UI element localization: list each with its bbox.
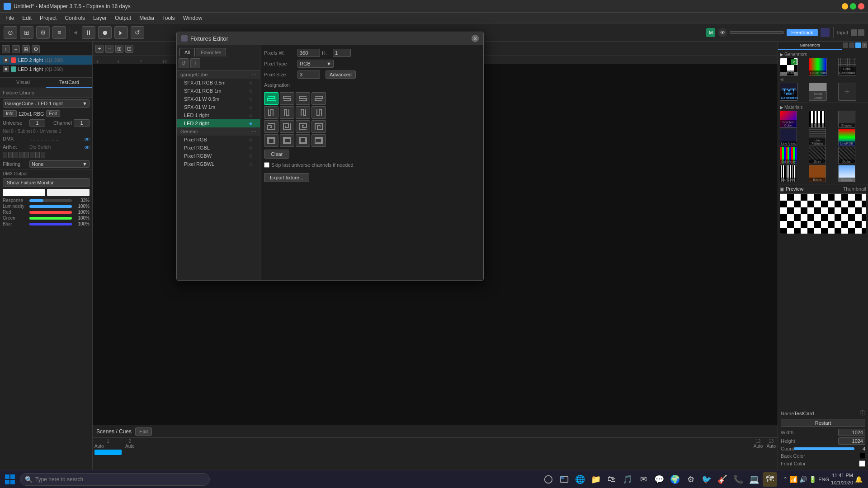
center-remove-btn[interactable]: − — [105, 45, 113, 53]
assign-ccw-2[interactable] — [311, 120, 326, 133]
grid-gen-item[interactable]: Grid-Generator — [838, 58, 856, 76]
layer-item-led2right[interactable]: ■ LED 2 right (1|1-360) — [0, 56, 92, 65]
tab-all[interactable]: All — [179, 48, 195, 56]
fixture-pixel-rgbwl[interactable]: Pixel RGBWL ☆ — [177, 160, 260, 168]
task-madmapper-btn[interactable]: 🗺 — [763, 472, 777, 487]
export-fixture-btn[interactable]: Export fixture... — [264, 173, 309, 182]
dip-6[interactable] — [30, 152, 34, 158]
color-patterns-gen-item[interactable]: ColorPatterns — [809, 58, 827, 76]
minimize-button[interactable] — [842, 3, 848, 9]
center-zoom-btn[interactable]: ⊡ — [125, 45, 133, 53]
line-patterns-mat-item[interactable]: Line Patterns — [809, 129, 826, 146]
fixture-info-btn[interactable]: Info — [3, 110, 17, 117]
menu-window[interactable]: Window — [179, 14, 206, 22]
task-skype2-btn[interactable]: 💻 — [747, 472, 761, 487]
pixel-size-input[interactable] — [297, 70, 320, 79]
width-input[interactable] — [838, 429, 865, 436]
assign-snake-rl-bt[interactable] — [311, 92, 326, 105]
rewind-btn[interactable]: ↺ — [131, 26, 144, 39]
assign-snake-lr-bt[interactable] — [296, 92, 310, 105]
assign-spiral-4[interactable] — [311, 134, 326, 147]
assign-cw-1[interactable] — [264, 120, 278, 133]
tray-network-icon[interactable]: 📶 — [790, 476, 797, 483]
red-slider[interactable] — [29, 211, 72, 214]
tab-visual[interactable]: Visual — [0, 78, 46, 88]
green-slider[interactable] — [29, 217, 72, 220]
assign-v-1[interactable] — [264, 106, 278, 119]
dialog-close-btn[interactable]: ✕ — [472, 35, 479, 42]
assign-snake-rl-tb[interactable] — [280, 92, 294, 105]
response-slider[interactable] — [29, 199, 72, 202]
tab-generator[interactable]: Generators — [778, 42, 842, 50]
iclouds-mat-item[interactable]: iClouds — [838, 165, 855, 182]
universe-input[interactable]: 1 — [29, 119, 45, 127]
skip-checkbox[interactable] — [264, 162, 269, 168]
reload-fixtures-btn[interactable]: ↺ — [179, 58, 189, 68]
menu-controls[interactable]: Controls — [61, 14, 89, 22]
menu-layer[interactable]: Layer — [90, 14, 110, 22]
menu-file[interactable]: File — [2, 14, 18, 22]
bricks-mat-item[interactable]: Bricks — [809, 165, 826, 182]
gen-expand-btn[interactable]: ◀ — [780, 77, 783, 82]
guitar-mat-item[interactable]: Guitar — [838, 147, 855, 164]
pixels-w-input[interactable] — [297, 49, 320, 57]
h-input[interactable] — [333, 49, 351, 57]
advanced-btn[interactable]: Advanced — [326, 70, 356, 79]
tab-testcard[interactable]: TestCard — [46, 78, 92, 88]
layer-vis-1[interactable]: ■ — [3, 57, 9, 63]
back-color-swatch[interactable] — [859, 453, 865, 459]
fixture-sfx01rgb05m[interactable]: SFX-01 RGB 0.5m ☆ — [177, 79, 260, 87]
assign-snake-lr-tb[interactable] — [264, 92, 278, 105]
pixel-type-select[interactable]: RGB ▼ — [297, 60, 334, 68]
assign-spiral-2[interactable] — [280, 134, 294, 147]
text-gen-item[interactable]: TXT Text Generator — [780, 83, 798, 101]
toolbar-home[interactable]: ⊙ — [4, 26, 17, 39]
strob-mat-item[interactable]: Strob — [809, 111, 826, 128]
group-garagecube[interactable]: garageCube ⋯ — [177, 70, 260, 79]
assign-spiral-3[interactable] — [296, 134, 310, 147]
tab-favorites[interactable]: Favorites — [196, 48, 226, 56]
fixture-sfx01w05m[interactable]: SFX-01 W 0.5m ☆ — [177, 95, 260, 103]
testcard-gen-item[interactable]: TestCard 2 — [780, 58, 798, 76]
layer-vis-2[interactable]: ■ — [3, 66, 9, 72]
taskbar-search[interactable]: 🔍 Type here to search — [20, 473, 210, 486]
task-music2-btn[interactable]: 🎸 — [715, 472, 730, 487]
tray-volume-icon[interactable]: 🔊 — [799, 476, 807, 483]
task-chrome-btn[interactable]: 🌍 — [668, 472, 682, 487]
fixture-pixel-rgbw[interactable]: Pixel RGBW ☆ — [177, 152, 260, 160]
menu-media[interactable]: Media — [136, 14, 158, 22]
height-input[interactable] — [838, 437, 865, 445]
menu-project[interactable]: Project — [36, 14, 60, 22]
count-slider[interactable] — [794, 447, 854, 450]
task-skype-btn[interactable]: 📞 — [731, 472, 745, 487]
task-settings-btn[interactable]: ⚙ — [684, 472, 698, 487]
dip-3[interactable] — [14, 152, 18, 158]
scene-edit-btn[interactable]: Edit — [135, 427, 152, 436]
taskbar-time-block[interactable]: 11:41 PM 1/21/2020 — [831, 472, 853, 486]
shapes-mat-item[interactable]: Shapes — [838, 111, 855, 128]
linergb-mat-item[interactable]: LineRGB — [838, 129, 855, 146]
close-button[interactable] — [858, 3, 864, 9]
barcode-mat-item[interactable]: Bar Code — [780, 165, 797, 182]
task-view-btn[interactable] — [541, 472, 556, 487]
front-color-swatch[interactable] — [859, 460, 865, 467]
assign-v-3[interactable] — [296, 106, 310, 119]
show-fixture-btn[interactable]: Show Fixture Monitor — [3, 178, 90, 187]
toolbar-layers[interactable]: ≡ — [52, 26, 66, 39]
tray-battery-icon[interactable]: 🔋 — [809, 476, 816, 483]
assign-cw-2[interactable] — [280, 120, 294, 133]
dip-7[interactable] — [35, 152, 40, 158]
fixture-sfx01rgb1m[interactable]: SFX-01 RGB 1m ☆ — [177, 87, 260, 95]
assign-spiral-1[interactable] — [264, 134, 278, 147]
task-bird-btn[interactable]: 🐦 — [699, 472, 714, 487]
dip-1[interactable] — [3, 152, 7, 158]
group-generic[interactable]: Generic ⋯ — [177, 127, 260, 136]
inspector-info-icon[interactable]: ⓘ — [860, 409, 865, 417]
siren-mat-item[interactable]: Siren — [809, 147, 826, 164]
solid-color-gen-item[interactable]: Solid Color — [809, 83, 827, 101]
center-fit-btn[interactable]: ⊞ — [115, 45, 123, 53]
tray-notification-icon[interactable]: 🔔 — [855, 476, 863, 483]
fixture-pixel-rgb[interactable]: Pixel RGB ☆ — [177, 136, 260, 144]
menu-tools[interactable]: Tools — [159, 14, 179, 22]
task-ie-btn[interactable]: 🌐 — [573, 472, 587, 487]
